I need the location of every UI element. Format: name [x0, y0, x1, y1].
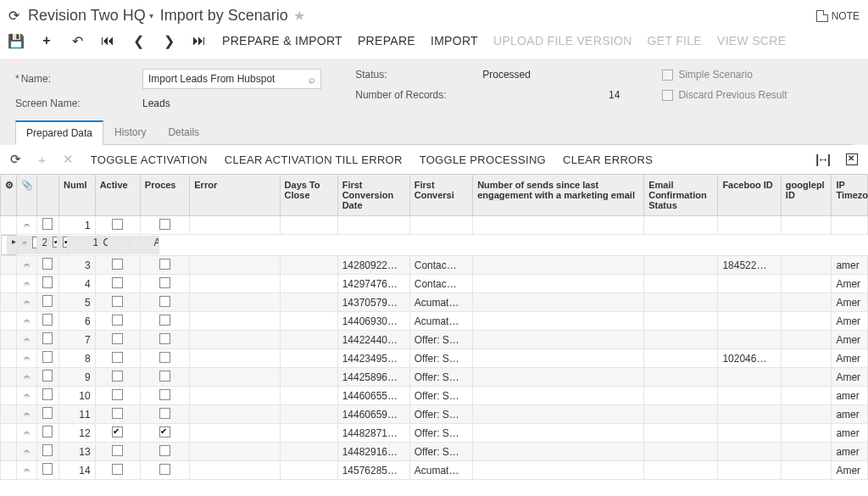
- active-checkbox[interactable]: [95, 293, 140, 312]
- attach-icon[interactable]: 𝄐: [17, 275, 36, 293]
- col-sends[interactable]: Number of sends since last engagement wi…: [473, 175, 644, 216]
- col-settings[interactable]: ⚙: [1, 175, 17, 216]
- table-row[interactable]: 𝄐1: [1, 216, 868, 235]
- tab-details[interactable]: Details: [157, 120, 210, 145]
- discard-checkbox[interactable]: [662, 90, 673, 101]
- doc-icon[interactable]: [36, 275, 59, 293]
- proc-checkbox[interactable]: [140, 256, 189, 275]
- grid-refresh-icon[interactable]: ⟳: [10, 152, 21, 167]
- active-checkbox[interactable]: [95, 331, 140, 349]
- proc-checkbox[interactable]: [140, 293, 189, 312]
- add-icon[interactable]: +: [39, 33, 54, 48]
- fit-columns-icon[interactable]: |↔|: [815, 153, 829, 166]
- grid-delete-icon[interactable]: ✕: [63, 152, 74, 167]
- upload-button[interactable]: UPLOAD FILE VERSION: [493, 34, 632, 47]
- import-button[interactable]: IMPORT: [431, 34, 478, 47]
- proc-checkbox[interactable]: [58, 236, 68, 254]
- doc-icon[interactable]: [36, 461, 59, 480]
- table-row[interactable]: 𝄐514370579…Acumat…Amer: [1, 293, 868, 312]
- doc-icon[interactable]: [36, 368, 59, 387]
- attach-icon[interactable]: 𝄐: [17, 349, 36, 368]
- active-checkbox[interactable]: [95, 275, 140, 293]
- table-row[interactable]: 𝄐1114460659…Offer: S…amer: [1, 405, 868, 424]
- prepare-button[interactable]: PREPARE: [358, 34, 415, 47]
- col-fcd[interactable]: First Conversion Date: [337, 175, 409, 216]
- prepare-import-button[interactable]: PREPARE & IMPORT: [222, 34, 342, 47]
- doc-icon[interactable]: [36, 349, 59, 368]
- getfile-button[interactable]: GET FILE: [648, 34, 702, 47]
- attach-icon[interactable]: 𝄐: [17, 236, 27, 254]
- active-checkbox[interactable]: [95, 461, 140, 480]
- active-checkbox[interactable]: [95, 256, 140, 275]
- col-tz[interactable]: IP Timezo: [832, 175, 868, 216]
- toggle-activation-button[interactable]: TOGGLE ACTIVATION: [91, 153, 208, 166]
- doc-icon[interactable]: [36, 256, 59, 275]
- name-selector[interactable]: Import Leads From Hubspot⌕: [142, 69, 321, 89]
- col-attach[interactable]: 📎: [17, 175, 36, 216]
- doc-icon[interactable]: [36, 293, 59, 312]
- col-doc[interactable]: [36, 175, 59, 216]
- search-icon[interactable]: ⌕: [309, 73, 315, 86]
- chevron-down-icon[interactable]: ▾: [149, 11, 153, 20]
- col-num[interactable]: Numl: [59, 175, 96, 216]
- proc-checkbox[interactable]: [140, 405, 189, 424]
- active-checkbox[interactable]: [95, 312, 140, 331]
- table-row[interactable]: 𝄐814423495…Offer: S…102046…Amer: [1, 349, 868, 368]
- active-checkbox[interactable]: [47, 236, 58, 254]
- table-row[interactable]: 𝄐1414576285…Acumat…Amer: [1, 461, 868, 480]
- table-row[interactable]: 𝄐714422440…Offer: S…Amer: [1, 331, 868, 349]
- proc-checkbox[interactable]: [140, 424, 189, 443]
- proc-checkbox[interactable]: [140, 331, 189, 349]
- last-icon[interactable]: ⏭: [192, 33, 207, 48]
- active-checkbox[interactable]: [95, 368, 140, 387]
- col-email[interactable]: Email Confirmation Status: [644, 175, 718, 216]
- next-icon[interactable]: ❯: [161, 33, 176, 48]
- attach-icon[interactable]: 𝄐: [17, 331, 36, 349]
- tab-prepared-data[interactable]: Prepared Data: [15, 120, 103, 145]
- table-row[interactable]: 𝄐1214482871…Offer: S…amer: [1, 424, 868, 443]
- attach-icon[interactable]: 𝄐: [17, 312, 36, 331]
- table-row[interactable]: 𝄐614406930…Acumat…Amer: [1, 312, 868, 331]
- proc-checkbox[interactable]: [140, 443, 189, 461]
- clear-errors-button[interactable]: CLEAR ERRORS: [563, 153, 653, 166]
- attach-icon[interactable]: 𝄐: [17, 216, 36, 235]
- export-icon[interactable]: [846, 153, 858, 165]
- doc-icon[interactable]: [36, 443, 59, 461]
- doc-icon[interactable]: [36, 312, 59, 331]
- table-row[interactable]: 𝄐1014460655…Offer: S…amer: [1, 387, 868, 405]
- attach-icon[interactable]: 𝄐: [17, 256, 36, 275]
- table-row[interactable]: 𝄐914425896…Offer: S…Amer: [1, 368, 868, 387]
- col-error[interactable]: Error: [190, 175, 280, 216]
- table-row[interactable]: 𝄐414297476…Contac…Amer: [1, 275, 868, 293]
- col-proc[interactable]: Proces: [140, 175, 189, 216]
- star-icon[interactable]: ★: [293, 8, 305, 24]
- save-icon[interactable]: 💾: [8, 33, 24, 48]
- attach-icon[interactable]: 𝄐: [17, 293, 36, 312]
- attach-icon[interactable]: 𝄐: [17, 461, 36, 480]
- active-checkbox[interactable]: [95, 443, 140, 461]
- active-checkbox[interactable]: [95, 216, 140, 235]
- attach-icon[interactable]: 𝄐: [17, 424, 36, 443]
- table-row[interactable]: 𝄐314280922…Contac…184522…amer: [1, 256, 868, 275]
- doc-icon[interactable]: [36, 424, 59, 443]
- col-fb[interactable]: Faceboo ID: [718, 175, 781, 216]
- active-checkbox[interactable]: [95, 387, 140, 405]
- col-gp[interactable]: googlepl ID: [781, 175, 832, 216]
- attach-icon[interactable]: 𝄐: [17, 443, 36, 461]
- notes-button[interactable]: NOTE: [816, 10, 860, 22]
- undo-icon[interactable]: ↶: [70, 33, 85, 48]
- proc-checkbox[interactable]: [140, 387, 189, 405]
- active-checkbox[interactable]: [95, 424, 140, 443]
- attach-icon[interactable]: 𝄐: [17, 405, 36, 424]
- simple-checkbox[interactable]: [662, 70, 673, 81]
- doc-icon[interactable]: [27, 236, 37, 254]
- refresh-icon[interactable]: ⟳: [8, 8, 19, 24]
- doc-icon[interactable]: [36, 331, 59, 349]
- proc-checkbox[interactable]: [140, 349, 189, 368]
- table-row[interactable]: 𝄐1314482916…Offer: S…amer: [1, 443, 868, 461]
- proc-checkbox[interactable]: [140, 312, 189, 331]
- viewscreen-button[interactable]: VIEW SCRE: [717, 34, 786, 47]
- data-grid[interactable]: ⚙ 📎 Numl Active Proces Error Days To Clo…: [0, 174, 868, 480]
- clear-activation-button[interactable]: CLEAR ACTIVATION TILL ERROR: [225, 153, 403, 166]
- attach-icon[interactable]: 𝄐: [17, 387, 36, 405]
